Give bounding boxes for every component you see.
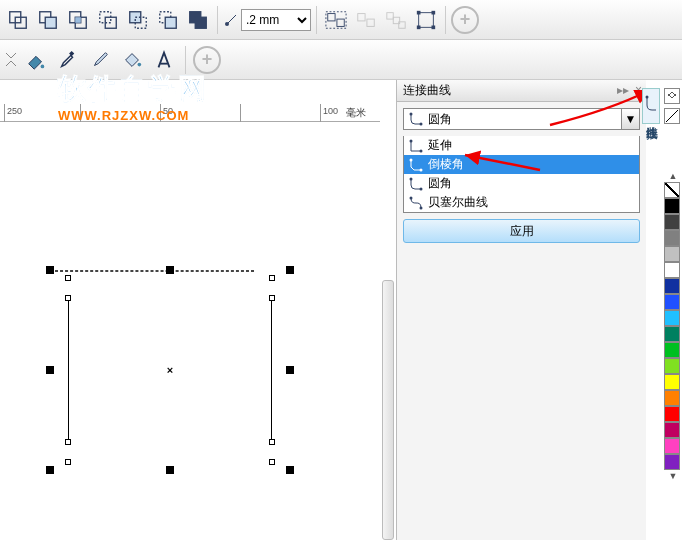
outline-tool-icon[interactable] xyxy=(150,46,178,74)
color-swatch[interactable] xyxy=(664,294,680,310)
docker-controls: ▸▸ × xyxy=(617,83,642,97)
ungroup-icon[interactable] xyxy=(352,6,380,34)
svg-point-15 xyxy=(225,22,229,26)
dashed-edge xyxy=(50,271,254,272)
color-swatch[interactable] xyxy=(664,262,680,278)
curve-node[interactable] xyxy=(269,459,275,465)
toolbar-add-icon[interactable]: + xyxy=(451,6,479,34)
back-minus-front-icon[interactable] xyxy=(154,6,182,34)
curve-node[interactable] xyxy=(65,275,71,281)
selection-handle[interactable] xyxy=(286,466,294,474)
svg-rect-27 xyxy=(417,25,421,29)
curve-node[interactable] xyxy=(65,459,71,465)
curve-node[interactable] xyxy=(269,275,275,281)
color-swatch[interactable] xyxy=(664,358,680,374)
dropdown-option-fillet[interactable]: 圆角 xyxy=(404,174,639,193)
dropdown-option-bezier[interactable]: 贝塞尔曲线 xyxy=(404,193,639,212)
toolbar-add-icon[interactable]: + xyxy=(193,46,221,74)
ruler-tick-label: 100 xyxy=(323,106,338,116)
svg-rect-25 xyxy=(417,10,421,14)
svg-rect-16 xyxy=(328,13,335,20)
paintbucket-icon[interactable] xyxy=(118,46,146,74)
vertical-scrollbar[interactable] xyxy=(382,280,394,540)
dropdown-arrow-icon[interactable]: ▼ xyxy=(621,109,639,129)
boundary-icon[interactable] xyxy=(184,6,212,34)
dropdown-option-extend[interactable]: 延伸 xyxy=(404,136,639,155)
separator xyxy=(316,6,317,34)
color-swatch[interactable] xyxy=(664,230,680,246)
color-swatch[interactable] xyxy=(664,310,680,326)
intersect-icon[interactable] xyxy=(64,6,92,34)
selection-bounding-box[interactable]: × xyxy=(50,270,290,470)
horizontal-ruler[interactable]: 250 50 100 xyxy=(0,104,380,122)
fillet-icon xyxy=(408,176,424,192)
combine-icon[interactable] xyxy=(412,6,440,34)
palette-scroll-down-icon[interactable]: ▼ xyxy=(664,470,682,482)
svg-point-37 xyxy=(420,168,423,171)
curve-node[interactable] xyxy=(65,439,71,445)
color-picker-icon[interactable] xyxy=(54,46,82,74)
svg-rect-14 xyxy=(195,17,206,28)
separator xyxy=(217,6,218,34)
no-fill-icon[interactable] xyxy=(664,108,680,124)
svg-rect-20 xyxy=(367,19,374,26)
right-edge-toolbar xyxy=(662,88,682,124)
selection-handle[interactable] xyxy=(286,266,294,274)
dropdown-option-chamfer[interactable]: 倒棱角 xyxy=(404,155,639,174)
expand-panels-icon[interactable] xyxy=(664,88,680,104)
ruler-tick-label: 250 xyxy=(7,106,22,116)
join-type-combo[interactable]: 圆角 ▼ xyxy=(403,108,640,130)
outline-width-select[interactable]: .2 mm xyxy=(241,9,311,31)
group-icon[interactable] xyxy=(322,6,350,34)
color-swatch[interactable] xyxy=(664,214,680,230)
trim-icon[interactable] xyxy=(34,6,62,34)
eyedropper-icon[interactable] xyxy=(86,46,114,74)
fill-tool-icon[interactable] xyxy=(22,46,50,74)
apply-button[interactable]: 应用 xyxy=(403,219,640,243)
color-swatch[interactable] xyxy=(664,422,680,438)
color-swatch[interactable] xyxy=(664,326,680,342)
color-swatch[interactable] xyxy=(664,374,680,390)
color-swatch[interactable] xyxy=(664,390,680,406)
color-swatch[interactable] xyxy=(664,406,680,422)
selection-handle[interactable] xyxy=(46,266,54,274)
toolbar-shaping: .2 mm + xyxy=(0,0,682,40)
color-swatch[interactable] xyxy=(664,454,680,470)
selection-handle[interactable] xyxy=(166,466,174,474)
docker-close-icon[interactable]: × xyxy=(635,83,642,97)
selection-handle[interactable] xyxy=(46,366,54,374)
svg-point-31 xyxy=(138,62,142,66)
docker-collapse-icon[interactable]: ▸▸ xyxy=(617,83,629,97)
no-color-swatch[interactable] xyxy=(664,182,680,198)
simplify-icon[interactable] xyxy=(94,6,122,34)
docker-title-label: 连接曲线 xyxy=(403,82,451,99)
svg-rect-6 xyxy=(75,17,81,23)
docker-titlebar[interactable]: 连接曲线 ▸▸ × xyxy=(397,80,646,102)
option-label: 圆角 xyxy=(428,175,452,192)
color-swatch[interactable] xyxy=(664,198,680,214)
docker-tab-join-curves[interactable]: 连接曲线 xyxy=(642,88,660,124)
color-swatch[interactable] xyxy=(664,342,680,358)
palette-scroll-up-icon[interactable]: ▲ xyxy=(664,170,682,182)
color-swatch[interactable] xyxy=(664,278,680,294)
expand-icon[interactable] xyxy=(4,43,18,77)
selection-center-icon: × xyxy=(167,364,173,376)
curve-node[interactable] xyxy=(269,295,275,301)
selection-handle[interactable] xyxy=(46,466,54,474)
weld-icon[interactable] xyxy=(4,6,32,34)
ungroup-all-icon[interactable] xyxy=(382,6,410,34)
toolbar-interactive: + xyxy=(0,40,682,80)
drawing-canvas[interactable]: × xyxy=(0,124,380,543)
curve-node[interactable] xyxy=(269,439,275,445)
color-swatch[interactable] xyxy=(664,246,680,262)
front-minus-back-icon[interactable] xyxy=(124,6,152,34)
svg-rect-3 xyxy=(45,17,56,28)
color-swatch[interactable] xyxy=(664,438,680,454)
selection-handle[interactable] xyxy=(166,266,174,274)
curve-segment[interactable] xyxy=(68,298,69,442)
svg-rect-17 xyxy=(337,19,344,26)
apply-button-label: 应用 xyxy=(510,223,534,240)
curve-segment[interactable] xyxy=(271,298,272,442)
selection-handle[interactable] xyxy=(286,366,294,374)
curve-node[interactable] xyxy=(65,295,71,301)
